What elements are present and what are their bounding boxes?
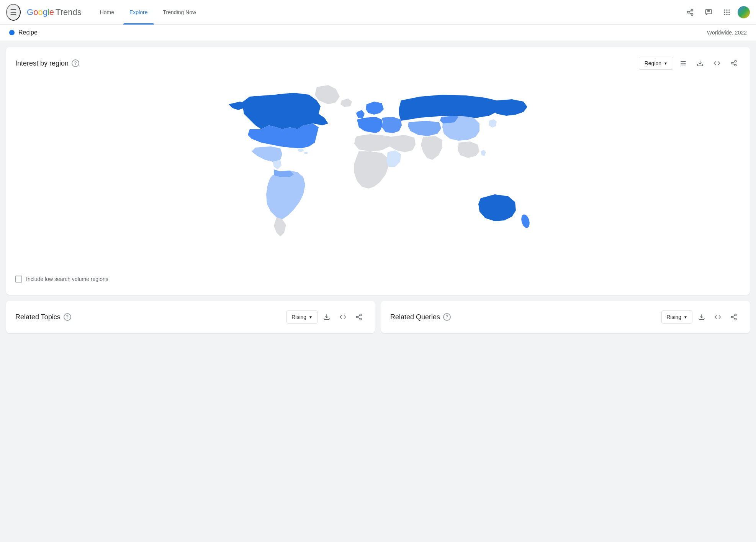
low-volume-checkbox[interactable] [15,276,22,282]
nav-trending[interactable]: Trending Now [157,0,203,25]
share-button[interactable] [682,5,698,20]
svg-point-16 [726,14,727,15]
svg-point-1 [687,11,689,13]
rising-queries-arrow: ▼ [684,315,687,319]
svg-line-3 [689,13,691,14]
svg-line-26 [733,62,735,63]
feedback-button[interactable] [701,5,716,20]
download-topics-icon [323,314,330,320]
svg-point-2 [691,13,693,15]
main-header: ☰ Google Trends Home Explore Trending No… [0,0,756,25]
hamburger-button[interactable]: ☰ [6,4,21,21]
logo-trends-text: Trends [56,7,82,17]
rising-queries-label: Rising [666,314,681,320]
svg-line-36 [358,315,360,317]
region-dropdown[interactable]: Region ▼ [639,57,673,70]
svg-point-33 [356,316,358,318]
svg-point-15 [724,14,725,15]
svg-point-38 [735,314,736,316]
card-actions: Region ▼ [639,56,741,70]
rising-topics-dropdown[interactable]: Rising ▼ [286,310,317,324]
related-topics-title: Related Topics [15,313,61,321]
related-topics-help[interactable]: ? [64,313,71,321]
rising-queries-dropdown[interactable]: Rising ▼ [661,310,692,324]
interest-by-region-title: Interest by region [15,59,69,67]
svg-point-23 [731,62,733,64]
download-queries-button[interactable] [695,310,709,324]
related-topics-header: Related Topics ? Rising ▼ [15,310,366,324]
svg-point-13 [726,11,727,13]
apps-button[interactable] [719,5,735,20]
svg-line-42 [733,315,735,317]
svg-line-4 [689,10,691,11]
embed-topics-button[interactable] [336,310,350,324]
card-header: Interest by region ? Region ▼ [15,56,741,70]
main-content: Interest by region ? Region ▼ [0,41,756,339]
svg-point-11 [728,9,730,10]
related-queries-actions: Rising ▼ [661,310,741,324]
card-title: Interest by region ? [15,59,79,67]
interest-by-region-card: Interest by region ? Region ▼ [6,47,750,295]
region-dropdown-arrow: ▼ [664,61,668,66]
svg-point-10 [726,9,727,10]
svg-point-9 [724,9,725,10]
download-icon [697,60,704,67]
embed-queries-icon [714,314,721,320]
related-queries-header: Related Queries ? Rising ▼ [390,310,741,324]
share-topics-button[interactable] [352,310,366,324]
search-term-label: Recipe [18,29,38,36]
feedback-icon [705,8,712,16]
svg-line-35 [358,317,360,319]
share-map-icon [730,60,737,67]
map-eastern-europe [382,117,402,133]
related-queries-help[interactable]: ? [443,313,451,321]
nav-explore[interactable]: Explore [123,0,154,25]
svg-point-17 [728,14,730,15]
checkbox-area: Include low search volume regions [15,273,741,286]
rising-topics-label: Rising [291,314,306,320]
share-queries-button[interactable] [727,310,741,324]
related-queries-card: Related Queries ? Rising ▼ [381,301,750,333]
share-topics-icon [355,314,362,320]
bottom-row: Related Topics ? Rising ▼ [6,301,750,333]
rising-topics-arrow: ▼ [309,315,313,319]
world-map [206,79,550,263]
embed-topics-icon [339,314,346,320]
help-icon[interactable]: ? [72,59,79,67]
header-left: ☰ Google Trends [6,4,82,21]
apps-icon [723,8,731,16]
embed-button[interactable] [710,56,724,70]
svg-point-14 [728,11,730,13]
checkbox-label[interactable]: Include low search volume regions [26,276,108,282]
logo-link[interactable]: Google Trends [27,7,82,17]
embed-icon [713,60,720,67]
region-dropdown-label: Region [645,60,661,66]
share-map-button[interactable] [727,56,741,70]
svg-line-25 [733,64,735,65]
related-topics-actions: Rising ▼ [286,310,366,324]
svg-point-32 [360,314,362,316]
nav-home[interactable]: Home [94,0,120,25]
related-queries-title: Related Queries [390,313,440,321]
svg-point-0 [691,9,693,11]
svg-point-24 [735,64,736,66]
sub-header: Recipe Worldwide, 2022 [0,25,756,41]
list-icon [680,60,687,67]
svg-point-28 [298,149,304,152]
geo-time-label: Worldwide, 2022 [707,30,747,36]
embed-queries-button[interactable] [711,310,725,324]
logo-google-text: Google [27,7,54,17]
download-topics-button[interactable] [320,310,334,324]
blue-dot-icon [9,30,15,35]
avatar[interactable] [738,6,750,18]
header-icons [682,5,750,20]
search-term-display: Recipe [9,29,38,36]
list-view-button[interactable] [676,56,690,70]
download-button[interactable] [693,56,707,70]
main-nav: Home Explore Trending Now [94,0,202,25]
share-queries-icon [730,314,737,320]
related-topics-card: Related Topics ? Rising ▼ [6,301,375,333]
svg-point-22 [735,61,736,62]
svg-point-29 [304,152,308,154]
svg-point-40 [735,318,736,320]
